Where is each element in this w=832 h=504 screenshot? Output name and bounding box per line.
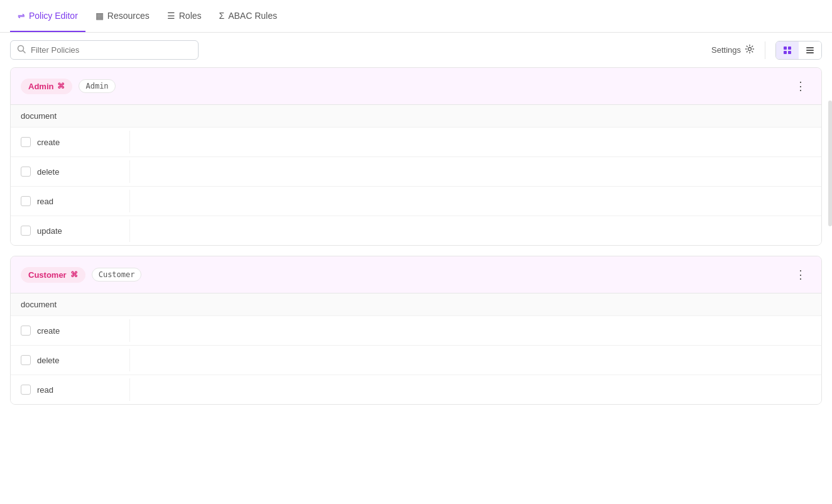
admin-update-cell: update (11, 219, 130, 242)
admin-read-content (130, 187, 821, 216)
admin-delete-label: delete (37, 167, 59, 177)
table-row: create (11, 316, 821, 346)
filter-input-wrap (10, 40, 199, 60)
filter-input[interactable] (31, 45, 192, 55)
nav-policy-editor[interactable]: ⇌ Policy Editor (10, 0, 85, 32)
admin-delete-checkbox[interactable] (21, 167, 31, 177)
svg-line-1 (23, 51, 26, 53)
customer-read-label: read (37, 385, 53, 395)
abac-icon: Σ (219, 11, 225, 21)
admin-create-checkbox[interactable] (21, 137, 31, 147)
admin-delete-content (130, 157, 821, 186)
admin-create-content (130, 128, 821, 156)
customer-more-button[interactable]: ⋮ (790, 265, 811, 284)
admin-policy-card: Admin ⌘ Admin ⋮ document create (10, 67, 822, 246)
admin-update-checkbox[interactable] (21, 226, 31, 236)
settings-label: Settings (711, 45, 741, 55)
svg-rect-5 (784, 51, 787, 54)
svg-rect-8 (806, 50, 814, 51)
svg-point-2 (748, 48, 752, 51)
scrollbar[interactable] (828, 101, 832, 226)
admin-update-content (130, 216, 821, 245)
resources-icon: ▦ (96, 11, 104, 21)
admin-resource-name: document (11, 105, 821, 128)
nav-abac-label: ABAC Rules (228, 11, 277, 21)
divider (765, 41, 765, 59)
search-icon (17, 45, 26, 55)
toolbar-right: Settings (711, 41, 822, 60)
admin-read-cell: read (11, 190, 130, 212)
admin-more-button[interactable]: ⋮ (790, 77, 811, 96)
nav-roles[interactable]: ☰ Roles (160, 0, 209, 32)
nav-resources[interactable]: ▦ Resources (88, 0, 157, 32)
view-toggle (775, 41, 822, 60)
nav-resources-label: Resources (107, 11, 150, 21)
customer-delete-cell: delete (11, 349, 130, 371)
nav-roles-label: Roles (179, 11, 202, 21)
customer-role-label: Customer (28, 270, 67, 280)
table-row: create (11, 128, 821, 157)
svg-rect-9 (806, 52, 814, 53)
admin-role-tag: Admin (79, 79, 115, 93)
svg-rect-4 (788, 47, 791, 50)
settings-button[interactable]: Settings (711, 44, 755, 56)
customer-create-cell: create (11, 319, 130, 342)
policy-editor-icon: ⇌ (18, 11, 25, 21)
customer-read-checkbox[interactable] (21, 385, 31, 395)
admin-document-resource: document create delete (11, 105, 821, 245)
table-row: update (11, 216, 821, 245)
admin-role-badge[interactable]: Admin ⌘ (21, 79, 72, 94)
customer-create-content (130, 316, 821, 345)
admin-policy-header: Admin ⌘ Admin ⋮ (11, 68, 821, 105)
customer-read-cell: read (11, 378, 130, 401)
admin-create-label: create (37, 138, 60, 147)
admin-read-label: read (37, 197, 53, 206)
nav-abac-rules[interactable]: Σ ABAC Rules (212, 0, 285, 32)
admin-badge-icon: ⌘ (57, 82, 65, 90)
customer-delete-checkbox[interactable] (21, 355, 31, 365)
top-nav: ⇌ Policy Editor ▦ Resources ☰ Roles Σ AB… (0, 0, 832, 33)
customer-delete-content (130, 346, 821, 375)
customer-policy-card: Customer ⌘ Customer ⋮ document create (10, 256, 822, 405)
table-row: read (11, 187, 821, 216)
customer-delete-label: delete (37, 356, 59, 365)
admin-read-checkbox[interactable] (21, 196, 31, 206)
settings-gear-icon (745, 44, 755, 56)
svg-rect-6 (788, 51, 791, 54)
roles-icon: ☰ (167, 11, 175, 21)
grid-view-button[interactable] (776, 41, 799, 59)
customer-create-label: create (37, 326, 60, 336)
admin-update-label: update (37, 226, 62, 236)
admin-create-cell: create (11, 131, 130, 153)
customer-read-content (130, 375, 821, 404)
table-row: read (11, 375, 821, 404)
customer-badge-icon: ⌘ (70, 270, 78, 279)
customer-create-checkbox[interactable] (21, 326, 31, 336)
customer-role-tag: Customer (92, 268, 142, 282)
policy-list: Admin ⌘ Admin ⋮ document create (0, 67, 832, 405)
customer-document-resource: document create delete (11, 293, 821, 404)
customer-resource-name: document (11, 293, 821, 316)
list-view-button[interactable] (799, 41, 821, 59)
admin-policy-header-left: Admin ⌘ Admin (21, 79, 116, 94)
customer-policy-header: Customer ⌘ Customer ⋮ (11, 256, 821, 293)
admin-delete-cell: delete (11, 160, 130, 183)
admin-role-label: Admin (28, 82, 53, 91)
customer-role-badge[interactable]: Customer ⌘ (21, 267, 85, 283)
svg-rect-7 (806, 47, 814, 48)
table-row: delete (11, 346, 821, 375)
customer-policy-header-left: Customer ⌘ Customer (21, 267, 141, 283)
table-row: delete (11, 157, 821, 187)
toolbar: Settings (0, 33, 832, 67)
svg-rect-3 (784, 47, 787, 50)
nav-policy-editor-label: Policy Editor (29, 11, 78, 21)
